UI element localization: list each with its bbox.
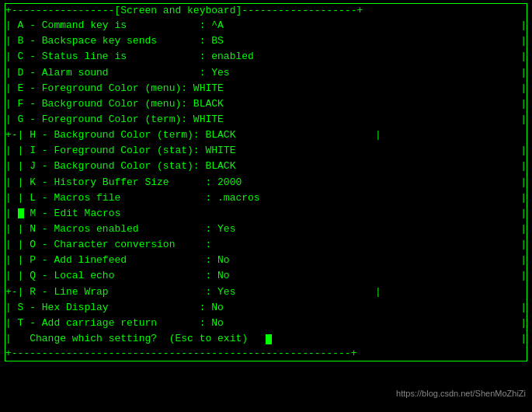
right-border: | <box>520 316 527 331</box>
row-i-text: | I - Foreground Color (stat): WHITE <box>18 143 521 159</box>
divider-h-row: +-| H - Background Color (term): BLACK | <box>5 127 527 143</box>
row-q: | | Q - Local echo : No | <box>5 268 527 284</box>
right-border: | <box>520 159 527 174</box>
left-border: | <box>5 18 18 33</box>
right-border: | <box>520 81 527 96</box>
row-m-text: M - Edit Macros <box>24 206 521 222</box>
cursor-prompt <box>266 334 272 344</box>
row-m: | M - Edit Macros | <box>5 206 527 222</box>
divider-r-row: +-| R - Line Wrap : Yes | <box>5 285 527 300</box>
divider-h-left: +- <box>5 127 18 143</box>
row-k: | | K - History Buffer Size : 2000 | <box>5 175 527 190</box>
left-border: | <box>5 175 18 190</box>
right-border: | <box>520 65 527 81</box>
row-c-text: C - Status line is : enabled <box>18 49 521 65</box>
left-border: | <box>5 253 18 268</box>
right-border: | <box>520 300 527 316</box>
row-g-text: G - Foreground Color (term): WHITE <box>18 112 521 127</box>
divider-h-text: | H - Background Color (term): BLACK <box>18 127 369 143</box>
left-border: | <box>5 65 18 81</box>
watermark: https://blog.csdn.net/ShenMoZhiZi <box>396 389 526 398</box>
left-border: | <box>5 222 18 237</box>
row-j-text: | J - Background Color (stat): BLACK <box>18 159 521 174</box>
right-border: | <box>520 112 527 127</box>
left-border: | <box>5 206 18 222</box>
row-a-text: A - Command key is : ^A <box>18 18 521 33</box>
terminal-window: +-----------------[Screen and keyboard]-… <box>0 0 532 412</box>
cursor-m <box>18 208 24 218</box>
row-s: | S - Hex Display : No | <box>5 300 527 316</box>
right-border: | <box>520 49 527 65</box>
row-d: | D - Alarm sound : Yes | <box>5 65 527 81</box>
left-border: | <box>5 96 18 112</box>
row-q-text: | Q - Local echo : No <box>18 268 521 284</box>
row-l: | | L - Macros file : .macros | <box>5 190 527 206</box>
row-t: | T - Add carriage return : No | <box>5 316 527 331</box>
bottom-border: +---------------------------------------… <box>5 347 527 361</box>
row-n: | | N - Macros enabled : Yes | <box>5 222 527 237</box>
row-g: | G - Foreground Color (term): WHITE | <box>5 112 527 127</box>
row-o: | | O - Character conversion : | <box>5 237 527 253</box>
left-border: | <box>5 237 18 253</box>
left-border: | <box>5 112 18 127</box>
left-border: | <box>5 331 18 347</box>
right-border: | <box>520 18 527 33</box>
row-l-text: | L - Macros file : .macros <box>18 190 521 206</box>
divider-r-text: | R - Line Wrap : Yes <box>18 285 369 300</box>
left-border: | <box>5 143 18 159</box>
row-b-text: B - Backspace key sends : BS <box>18 33 521 49</box>
prompt-row: | Change which setting? (Esc to exit) | <box>5 331 527 347</box>
right-border: | <box>520 175 527 190</box>
row-f: | F - Background Color (menu): BLACK | <box>5 96 527 112</box>
right-border: | <box>520 33 527 49</box>
row-o-text: | O - Character conversion : <box>18 237 521 253</box>
row-p: | | P - Add linefeed : No | <box>5 253 527 268</box>
row-p-text: | P - Add linefeed : No <box>18 253 521 268</box>
row-n-text: | N - Macros enabled : Yes <box>18 222 521 237</box>
prompt-pad <box>272 331 520 347</box>
row-d-text: D - Alarm sound : Yes <box>18 65 521 81</box>
left-border: | <box>5 49 18 65</box>
right-border: | <box>520 268 527 284</box>
right-border: | <box>520 237 527 253</box>
row-c: | C - Status line is : enabled | <box>5 49 527 65</box>
row-e: | E - Foreground Color (menu): WHITE | <box>5 81 527 96</box>
left-border: | <box>5 300 18 316</box>
right-border: | <box>520 206 527 222</box>
row-b: | B - Backspace key sends : BS | <box>5 33 527 49</box>
prompt-text: Change which setting? (Esc to exit) <box>18 331 266 347</box>
right-border: | <box>520 96 527 112</box>
divider-r-right: | <box>369 285 381 300</box>
row-a: | A - Command key is : ^A | <box>5 18 527 33</box>
right-border: | <box>520 331 527 347</box>
left-border: | <box>5 33 18 49</box>
right-border: | <box>520 222 527 237</box>
row-t-text: T - Add carriage return : No <box>18 316 521 331</box>
row-k-text: | K - History Buffer Size : 2000 <box>18 175 521 190</box>
row-j: | | J - Background Color (stat): BLACK | <box>5 159 527 174</box>
row-s-text: S - Hex Display : No <box>18 300 521 316</box>
top-border: +-----------------[Screen and keyboard]-… <box>5 4 527 18</box>
left-border: | <box>5 190 18 206</box>
right-border: | <box>520 143 527 159</box>
screen-keyboard-box: +-----------------[Screen and keyboard]-… <box>5 3 527 361</box>
row-f-text: F - Background Color (menu): BLACK <box>18 96 521 112</box>
right-border: | <box>520 190 527 206</box>
row-i: | | I - Foreground Color (stat): WHITE | <box>5 143 527 159</box>
divider-r-left: +- <box>5 285 18 300</box>
left-border: | <box>5 159 18 174</box>
left-border: | <box>5 81 18 96</box>
row-e-text: E - Foreground Color (menu): WHITE <box>18 81 521 96</box>
divider-h-right: | <box>369 127 381 143</box>
right-border: | <box>520 253 527 268</box>
left-border: | <box>5 316 18 331</box>
left-border: | <box>5 268 18 284</box>
